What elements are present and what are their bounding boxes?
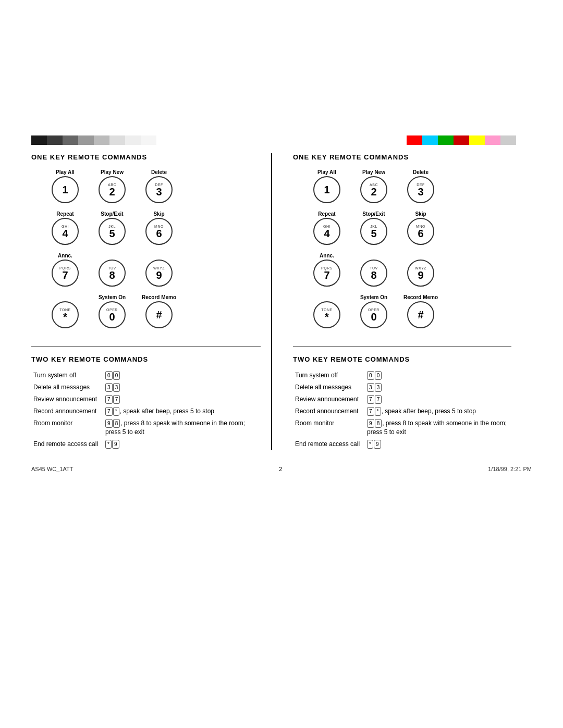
- key-box: 3: [113, 383, 120, 392]
- key-main-label: 2: [371, 187, 376, 197]
- two-key-keys: 7*, speak after beep, press 5 to stop: [365, 405, 511, 417]
- key-button[interactable]: WXYZ9: [407, 260, 434, 287]
- key-button[interactable]: TONE*: [52, 301, 79, 328]
- key-button[interactable]: MNO6: [145, 218, 173, 245]
- two-key-keys: 98, press 8 to speak with someone in the…: [103, 417, 261, 438]
- two-key-keys: 77: [365, 393, 511, 405]
- key-label-top: Play All: [56, 169, 75, 175]
- key-button[interactable]: OPER0: [360, 301, 387, 328]
- two-key-label: Room monitor: [31, 417, 103, 438]
- two-key-keys: *9: [103, 438, 261, 450]
- key-box: 0: [367, 371, 374, 380]
- key-main-label: 4: [324, 228, 329, 239]
- two-key-label: Turn system off: [31, 369, 103, 381]
- two-key-label: Delete all messages: [293, 381, 365, 393]
- key-label-top: Skip: [153, 211, 164, 217]
- key-button[interactable]: PQRS7: [52, 260, 79, 287]
- key-button[interactable]: MNO6: [407, 218, 434, 245]
- key-button[interactable]: WXYZ9: [145, 260, 173, 287]
- key-button[interactable]: 1: [313, 176, 340, 203]
- two-key-row: End remote access call*9: [31, 438, 261, 450]
- color-swatch: [454, 135, 469, 145]
- key-label-top: Play New: [101, 169, 124, 175]
- key-cell: Play All1: [42, 167, 89, 209]
- key-box: *: [375, 407, 381, 416]
- two-key-keys: 7*, speak after beep, press 5 to stop: [103, 405, 261, 417]
- key-box: *: [113, 407, 119, 416]
- key-main-label: 3: [156, 187, 162, 197]
- key-box: 9: [112, 440, 119, 449]
- key-button[interactable]: JKL5: [360, 218, 387, 245]
- right-two-key-title: TWO KEY REMOTE COMMANDS: [293, 355, 511, 363]
- key-box: 3: [375, 383, 382, 392]
- two-key-label: Review announcement: [31, 393, 103, 405]
- two-key-row: Turn system off00: [31, 369, 261, 381]
- key-button[interactable]: 1: [52, 176, 79, 203]
- key-label-top: Play All: [317, 169, 336, 175]
- key-box: 0: [113, 371, 120, 380]
- key-main-label: 2: [109, 187, 115, 197]
- footer-right: 1/18/99, 2:21 PM: [488, 466, 532, 472]
- color-swatch: [407, 135, 422, 145]
- key-button[interactable]: TONE*: [313, 301, 340, 328]
- left-panel: ONE KEY REMOTE COMMANDS Play All1Play Ne…: [31, 153, 271, 450]
- two-key-label: Turn system off: [293, 369, 365, 381]
- key-box: *: [105, 440, 112, 449]
- key-box: 7: [105, 395, 113, 404]
- key-label-top: Annc.: [58, 253, 72, 258]
- key-label-top: Delete: [413, 169, 429, 175]
- key-button[interactable]: ABC2: [360, 176, 387, 203]
- right-keypad: Play All1Play NewABC2DeleteDEF3RepeatGHI…: [303, 167, 511, 334]
- color-swatch: [485, 135, 500, 145]
- key-main-label: #: [156, 310, 162, 320]
- two-key-row: Delete all messages33: [31, 381, 261, 393]
- key-button[interactable]: OPER0: [99, 301, 126, 328]
- key-cell: RepeatGHI4: [42, 209, 89, 251]
- key-button[interactable]: DEF3: [145, 176, 173, 203]
- key-button[interactable]: #: [145, 301, 173, 328]
- key-button[interactable]: TUV8: [99, 260, 126, 287]
- color-swatch: [516, 135, 532, 145]
- key-main-label: 5: [371, 228, 376, 239]
- key-cell: Play NewABC2: [89, 167, 136, 209]
- key-label-top: Repeat: [318, 211, 335, 217]
- key-main-label: 9: [156, 270, 162, 280]
- key-label-top: [373, 253, 375, 258]
- left-one-key-title: ONE KEY REMOTE COMMANDS: [31, 153, 261, 161]
- key-button[interactable]: PQRS7: [313, 260, 340, 287]
- two-key-row: Delete all messages33: [293, 381, 511, 393]
- key-main-label: 8: [371, 270, 376, 280]
- two-key-row: Review announcement77: [293, 393, 511, 405]
- right-one-key-section: ONE KEY REMOTE COMMANDS Play All1Play Ne…: [293, 153, 511, 334]
- key-button[interactable]: GHI4: [52, 218, 79, 245]
- key-main-label: 0: [371, 312, 376, 322]
- two-key-row: Room monitor98, press 8 to speak with so…: [293, 417, 511, 438]
- key-button[interactable]: GHI4: [313, 218, 340, 245]
- key-box: 7: [367, 407, 374, 416]
- two-key-row: End remote access call*9: [293, 438, 511, 450]
- left-keypad: Play All1Play NewABC2DeleteDEF3RepeatGHI…: [42, 167, 261, 334]
- key-cell: DeleteDEF3: [136, 167, 182, 209]
- two-key-extra: , speak after beep, press 5 to stop: [382, 408, 476, 415]
- key-button[interactable]: DEF3: [407, 176, 434, 203]
- key-cell: System OnOPER0: [89, 292, 136, 334]
- key-box: 9: [105, 419, 113, 428]
- color-swatch: [31, 135, 47, 145]
- left-color-bar-container: [31, 135, 271, 145]
- key-box: 7: [113, 395, 120, 404]
- key-label-top: Stop/Exit: [101, 211, 123, 217]
- two-key-extra: , press 8 to speak with someone in the r…: [367, 419, 507, 436]
- key-cell: Record Memo#: [397, 292, 444, 334]
- key-box: 0: [375, 371, 382, 380]
- key-label-top: Record Memo: [142, 294, 176, 300]
- key-button[interactable]: ABC2: [99, 176, 126, 203]
- key-button[interactable]: TUV8: [360, 260, 387, 287]
- key-box: *: [367, 440, 373, 449]
- two-key-keys: 77: [103, 393, 261, 405]
- left-two-key-section: TWO KEY REMOTE COMMANDS Turn system off0…: [31, 355, 261, 450]
- key-button[interactable]: JKL5: [99, 218, 126, 245]
- key-main-label: 8: [109, 270, 115, 280]
- key-main-label: 1: [324, 184, 329, 195]
- key-button[interactable]: #: [407, 301, 434, 328]
- key-main-label: *: [63, 312, 67, 322]
